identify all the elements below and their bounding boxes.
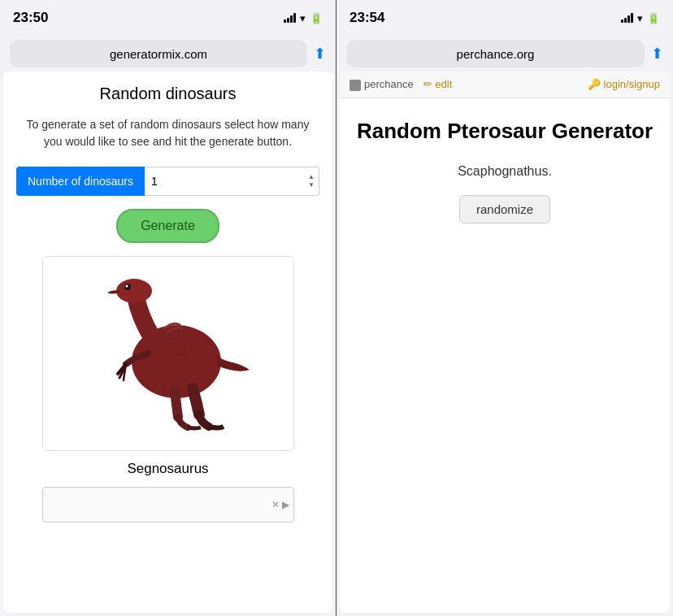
page-title: Random dinosaurs bbox=[100, 85, 237, 103]
right-url-text: perchance.org bbox=[457, 47, 535, 61]
svg-point-3 bbox=[125, 285, 128, 288]
left-main-content: Random dinosaurs To generate a set of ra… bbox=[3, 72, 332, 536]
perchance-nav: perchance ✏ edit 🔑 login/signup bbox=[340, 72, 670, 98]
left-url-container[interactable]: generatormix.com bbox=[10, 40, 307, 67]
right-status-icons: ▾ 🔋 bbox=[621, 12, 660, 24]
svg-point-1 bbox=[116, 279, 152, 303]
right-browser-content: perchance ✏ edit 🔑 login/signup Random P… bbox=[340, 72, 670, 613]
spinner-up-icon[interactable]: ▲ bbox=[306, 173, 317, 181]
left-time: 23:50 bbox=[13, 10, 48, 26]
right-status-bar: 23:54 ▾ 🔋 bbox=[336, 0, 673, 36]
signal-bars-icon bbox=[284, 13, 296, 23]
right-phone: 23:54 ▾ 🔋 perchance.org ⬆ perchance ✏ ed… bbox=[336, 0, 673, 616]
right-battery-icon: 🔋 bbox=[647, 12, 660, 24]
left-status-icons: ▾ 🔋 bbox=[284, 12, 323, 24]
wifi-icon: ▾ bbox=[300, 12, 306, 24]
spinner-down-icon[interactable]: ▼ bbox=[306, 181, 317, 189]
right-time: 23:54 bbox=[350, 10, 384, 26]
input-row: Number of dinosaurs ▲ ▼ bbox=[16, 167, 319, 196]
pterosaur-title: Random Pterosaur Generator bbox=[357, 118, 653, 145]
ad-close-icon[interactable]: ✕ ▶ bbox=[271, 499, 289, 510]
generate-button[interactable]: Generate bbox=[116, 209, 219, 243]
spinner-buttons: ▲ ▼ bbox=[306, 167, 317, 195]
right-wifi-icon: ▾ bbox=[637, 12, 643, 24]
randomize-button[interactable]: randomize bbox=[459, 195, 550, 223]
left-phone: 23:50 ▾ 🔋 generatormix.com ⬆ Random dino… bbox=[0, 0, 336, 616]
pterosaur-result: Scaphognathus. bbox=[458, 164, 552, 179]
left-url-text: generatormix.com bbox=[110, 47, 207, 61]
nav-edit-link[interactable]: ✏ edit bbox=[423, 78, 453, 90]
num-input-wrapper: ▲ ▼ bbox=[145, 167, 319, 196]
right-share-icon[interactable]: ⬆ bbox=[651, 45, 663, 63]
right-address-bar: perchance.org ⬆ bbox=[336, 36, 673, 72]
right-url-container[interactable]: perchance.org bbox=[346, 40, 645, 67]
right-main-content: Random Pterosaur Generator Scaphognathus… bbox=[340, 98, 670, 613]
num-dinosaurs-button[interactable]: Number of dinosaurs bbox=[16, 167, 145, 196]
nav-login-link[interactable]: 🔑 login/signup bbox=[588, 78, 660, 90]
dino-image-box bbox=[42, 256, 294, 451]
dino-name: Segnosaurus bbox=[127, 461, 208, 477]
num-dinosaurs-input[interactable] bbox=[145, 167, 319, 195]
left-address-bar: generatormix.com ⬆ bbox=[0, 36, 336, 72]
page-description: To generate a set of random dinosaurs se… bbox=[16, 116, 319, 150]
right-signal-bars-icon bbox=[621, 13, 633, 23]
perchance-logo-icon bbox=[350, 80, 361, 91]
left-share-icon[interactable]: ⬆ bbox=[314, 45, 326, 63]
battery-icon: 🔋 bbox=[310, 12, 323, 24]
left-status-bar: 23:50 ▾ 🔋 bbox=[0, 0, 336, 36]
perchance-logo: perchance bbox=[350, 78, 414, 91]
ad-banner: ✕ ▶ bbox=[42, 487, 294, 523]
dino-illustration bbox=[79, 268, 258, 439]
left-browser-content: Random dinosaurs To generate a set of ra… bbox=[3, 72, 332, 613]
